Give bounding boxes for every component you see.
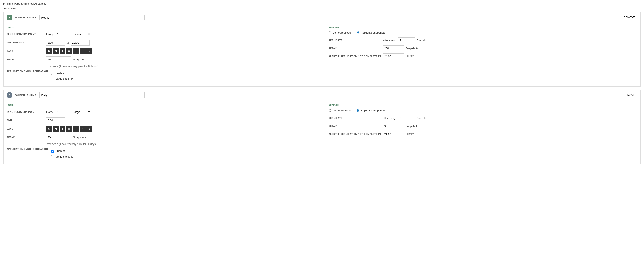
provides-text-daily: provides a (1 day recovery point for 30 … <box>46 143 316 146</box>
every-label-hourly: Every <box>46 33 53 36</box>
retain-remote-row-daily: RETAINSnapshots <box>328 123 638 129</box>
local-section-hourly: LOCALTAKE RECOVERY POINTEveryhoursdaysTI… <box>6 26 322 83</box>
radio-replicate-hourly[interactable] <box>357 31 360 34</box>
schedule-body-hourly: LOCALTAKE RECOVERY POINTEveryhoursdaysTI… <box>4 23 640 86</box>
verify-label-hourly: Verify backups <box>55 77 73 81</box>
every-input-hourly[interactable] <box>56 31 70 37</box>
local-title-hourly: LOCAL <box>6 26 316 29</box>
days-row-hourly: DAYSSMTWTFS <box>6 48 316 54</box>
schedule-header-hourly: HSCHEDULE NAMEREMOVE <box>4 13 640 23</box>
day-btn-daily-2[interactable]: T <box>60 126 66 132</box>
radio-replicate-option-hourly[interactable]: Replicate snapshots <box>357 31 385 34</box>
time-interval-label-hourly: TIME INTERVAL <box>6 41 44 44</box>
snapshot-label-daily: Snapshot <box>417 117 428 120</box>
remote-title-hourly: REMOTE <box>328 26 638 29</box>
day-btn-daily-4[interactable]: T <box>73 126 79 132</box>
radio-no-replicate-hourly[interactable] <box>328 31 331 34</box>
schedule-name-input-daily[interactable] <box>39 92 144 98</box>
days-label-hourly: DAYS <box>6 50 44 52</box>
snapshots-label-daily: Snapshots <box>73 136 86 139</box>
schedule-body-daily: LOCALTAKE RECOVERY POINTEverydayshoursTI… <box>4 101 640 164</box>
time-from-input-daily[interactable] <box>46 117 65 123</box>
retain-label-hourly: RETAIN <box>6 58 44 61</box>
radio-replicate-option-daily[interactable]: Replicate snapshots <box>357 109 385 112</box>
alert-row-hourly: ALERT IF REPLICATION NOT COMPLETE INHH:M… <box>328 53 638 59</box>
time-interval-label-daily: TIME <box>6 119 44 122</box>
time-to-input-hourly[interactable] <box>71 40 90 46</box>
after-every-label-hourly: after every <box>383 39 396 42</box>
take-recovery-row-daily: TAKE RECOVERY POINTEverydayshours <box>6 109 316 115</box>
to-label-hourly: to <box>67 41 69 44</box>
remote-section-hourly: REMOTEDo not replicateReplicate snapshot… <box>322 26 638 83</box>
remove-button-hourly[interactable]: REMOVE <box>621 15 638 21</box>
day-btn-daily-6[interactable]: S <box>86 126 92 132</box>
verify-checkbox-daily[interactable] <box>51 155 54 158</box>
day-btn-hourly-0[interactable]: S <box>46 48 52 54</box>
unit-select-hourly[interactable]: hoursdays <box>72 31 91 37</box>
day-btn-hourly-6[interactable]: S <box>86 48 92 54</box>
day-btn-daily-3[interactable]: W <box>66 126 72 132</box>
verify-checkbox-hourly[interactable] <box>51 78 54 81</box>
replicate-row-daily: REPLICATEafter everySnapshot <box>328 115 638 121</box>
retain-remote-input-hourly[interactable] <box>383 45 404 51</box>
alert-row-daily: ALERT IF REPLICATION NOT COMPLETE INHH:M… <box>328 131 638 137</box>
retain-remote-label-daily: RETAIN <box>328 125 381 127</box>
enabled-checkbox-hourly[interactable] <box>51 72 54 75</box>
every-input-daily[interactable] <box>56 109 70 115</box>
radio-no-replicate-label-daily: Do not replicate <box>332 109 352 112</box>
radio-group-hourly: Do not replicateReplicate snapshots <box>328 31 638 34</box>
day-btn-hourly-1[interactable]: M <box>53 48 59 54</box>
day-btn-daily-0[interactable]: S <box>46 126 52 132</box>
every-label-daily: Every <box>46 110 53 114</box>
third-party-label: Third-Party Snapshot (Advanced) <box>7 2 47 5</box>
radio-replicate-daily[interactable] <box>357 109 360 112</box>
retain-input-hourly[interactable] <box>46 57 71 62</box>
radio-group-daily: Do not replicateReplicate snapshots <box>328 109 638 112</box>
retain-input-daily[interactable] <box>46 134 71 140</box>
app-sync-label-daily: APPLICATION SYNCHRONIZATION <box>6 148 48 150</box>
day-btn-daily-5[interactable]: F <box>80 126 86 132</box>
alert-input-daily[interactable] <box>383 131 404 137</box>
verify-checkbox-row-daily: Verify backups <box>51 155 73 158</box>
hhmm-label-daily: HH:MM <box>406 133 414 135</box>
day-btn-daily-1[interactable]: M <box>53 126 59 132</box>
remote-section-daily: REMOTEDo not replicateReplicate snapshot… <box>322 104 638 161</box>
enabled-checkbox-daily[interactable] <box>51 150 54 153</box>
radio-replicate-label-hourly: Replicate snapshots <box>361 31 385 34</box>
replicate-label-daily: REPLICATE <box>328 117 381 119</box>
retain-remote-label-hourly: RETAIN <box>328 47 381 50</box>
remote-title-daily: REMOTE <box>328 104 638 106</box>
schedule-name-label-daily: SCHEDULE NAME <box>14 94 36 97</box>
radio-no-replicate-daily[interactable] <box>328 109 331 112</box>
hhmm-label-hourly: HH:MM <box>406 55 414 58</box>
retain-remote-input-daily[interactable] <box>383 123 404 129</box>
radio-no-replicate-option-hourly[interactable]: Do not replicate <box>328 31 352 34</box>
enabled-checkbox-row-hourly: Enabled <box>51 72 73 75</box>
alert-label-daily: ALERT IF REPLICATION NOT COMPLETE IN <box>328 133 381 135</box>
days-row-daily: DAYSSMTWTFS <box>6 126 316 132</box>
unit-select-daily[interactable]: dayshours <box>72 109 91 115</box>
replicate-input-daily[interactable] <box>398 115 415 121</box>
schedule-card-hourly: HSCHEDULE NAMEREMOVELOCALTAKE RECOVERY P… <box>3 12 641 87</box>
schedule-header-daily: DSCHEDULE NAMEREMOVE <box>4 90 640 101</box>
remove-button-daily[interactable]: REMOVE <box>621 92 638 98</box>
replicate-input-hourly[interactable] <box>398 37 415 43</box>
radio-no-replicate-option-daily[interactable]: Do not replicate <box>328 109 352 112</box>
days-container-daily: SMTWTFS <box>46 126 92 132</box>
day-btn-hourly-2[interactable]: T <box>60 48 66 54</box>
schedules-container: HSCHEDULE NAMEREMOVELOCALTAKE RECOVERY P… <box>3 12 641 164</box>
app-sync-row-daily: APPLICATION SYNCHRONIZATIONEnabledVerify… <box>6 148 316 158</box>
enabled-label-daily: Enabled <box>55 149 66 153</box>
day-btn-hourly-3[interactable]: W <box>66 48 72 54</box>
enabled-label-hourly: Enabled <box>55 72 66 75</box>
day-btn-hourly-4[interactable]: T <box>73 48 79 54</box>
third-party-header[interactable]: ▶ Third-Party Snapshot (Advanced) <box>3 2 641 5</box>
verify-label-daily: Verify backups <box>55 155 73 158</box>
verify-checkbox-row-hourly: Verify backups <box>51 77 73 81</box>
local-section-daily: LOCALTAKE RECOVERY POINTEverydayshoursTI… <box>6 104 322 161</box>
time-from-input-hourly[interactable] <box>46 40 65 46</box>
alert-input-hourly[interactable] <box>383 53 404 59</box>
day-btn-hourly-5[interactable]: F <box>80 48 86 54</box>
retain-label-daily: RETAIN <box>6 136 44 138</box>
schedule-name-input-hourly[interactable] <box>39 15 144 21</box>
